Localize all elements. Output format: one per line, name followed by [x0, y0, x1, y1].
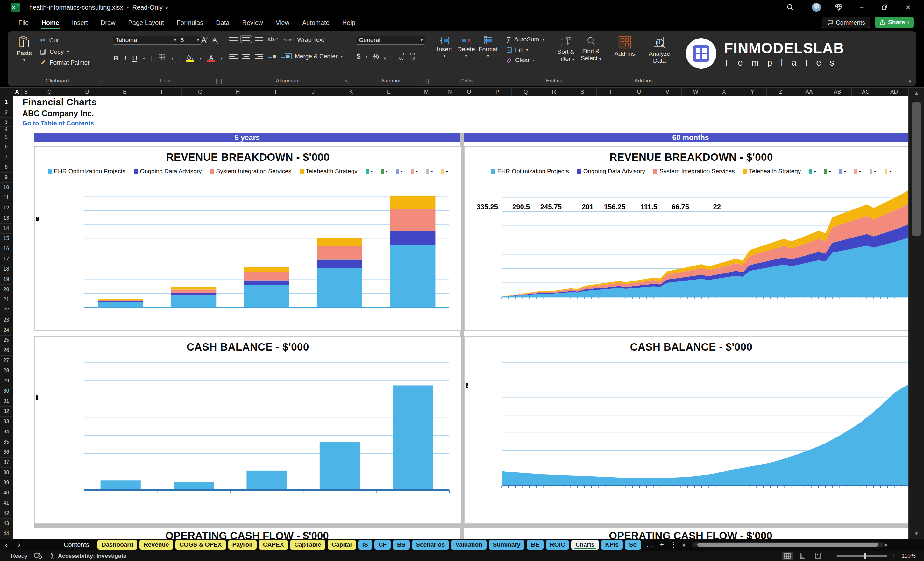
worksheet[interactable]: Financial Charts ABC Company Inc. Go to … [13, 96, 908, 539]
sheet-tab-dashboard[interactable]: Dashboard [98, 540, 137, 549]
row-header-35[interactable]: 35 [0, 437, 12, 447]
column-header-AB[interactable]: AB [823, 87, 852, 96]
row-header-28[interactable]: 28 [0, 366, 12, 376]
column-header-X[interactable]: X [710, 87, 738, 96]
zoom-in-icon[interactable]: + [892, 552, 896, 560]
row-header-21[interactable]: 21 [0, 294, 12, 305]
italic-button[interactable]: I [124, 54, 126, 62]
column-header-Y[interactable]: Y [738, 87, 767, 96]
column-header-P[interactable]: P [483, 87, 512, 96]
fill-button[interactable]: Fill▾ [506, 46, 544, 54]
chart-cash-balance-5y[interactable]: CASH BALANCE - $'000 424366.857142857142… [34, 336, 461, 524]
column-header-AD[interactable]: AD [880, 87, 908, 96]
row-header-5[interactable]: 5 [0, 133, 12, 142]
underline-button[interactable]: U [132, 54, 137, 62]
zoom-slider[interactable] [837, 555, 887, 556]
align-center-icon[interactable] [242, 54, 250, 59]
share-button[interactable]: Share ▾ [874, 17, 914, 28]
font-color-button[interactable]: A [207, 55, 215, 62]
chart-revenue-breakdown-60m[interactable]: REVENUE BREAKDOWN - $'000 EHR Optimizati… [464, 146, 908, 331]
bold-button[interactable]: B [113, 54, 118, 62]
row-header-4[interactable]: 4 [0, 126, 12, 133]
row-header-23[interactable]: 23 [0, 315, 12, 326]
column-header-O[interactable]: O [454, 87, 483, 96]
column-header-AA[interactable]: AA [795, 87, 824, 96]
paste-button[interactable]: Paste▾ [12, 36, 36, 62]
row-header-43[interactable]: 43 [0, 518, 12, 529]
font-size-select[interactable]: 8▾ [178, 36, 202, 45]
column-header-B[interactable]: B [21, 87, 31, 96]
menu-tab-review[interactable]: Review [242, 16, 264, 30]
menu-tab-insert[interactable]: Insert [71, 16, 88, 30]
comments-button[interactable]: Comments [822, 17, 870, 28]
restore-button[interactable] [878, 3, 891, 12]
row-header-26[interactable]: 26 [0, 345, 12, 356]
column-header-N[interactable]: N [445, 87, 455, 96]
copy-button[interactable]: Copy▾ [40, 48, 90, 56]
row-header-36[interactable]: 36 [0, 447, 12, 458]
row-header-32[interactable]: 32 [0, 406, 12, 417]
column-header-E[interactable]: E [106, 87, 144, 96]
merge-center-button[interactable]: Merge & Center▾ [285, 53, 343, 60]
autosum-button[interactable]: ∑AutoSum▾ [506, 36, 544, 43]
sheet-tab-summary[interactable]: Summary [489, 540, 525, 549]
row-header-40[interactable]: 40 [0, 488, 12, 498]
column-header-Z[interactable]: Z [766, 87, 795, 96]
alignment-dialog-launcher[interactable]: ↘ [344, 79, 349, 84]
row-header-15[interactable]: 15 [0, 233, 12, 244]
chart-cash-balance-60m[interactable]: CASH BALANCE - $'000 410354.857142857142… [464, 336, 908, 524]
table-of-contents-link[interactable]: Go to Table of Contents [22, 120, 94, 127]
row-header-1[interactable]: 1 [0, 96, 12, 108]
column-headers[interactable]: ABCDEFGHIJKLMNOPQRSTUVWXYZAAABACAD [0, 87, 924, 97]
borders-button[interactable] [158, 54, 166, 63]
sheet-tab-cf[interactable]: CF [375, 540, 391, 549]
column-header-J[interactable]: J [294, 87, 332, 96]
column-header-K[interactable]: K [332, 87, 370, 96]
clear-button[interactable]: Clear▾ [506, 57, 544, 64]
align-middle-icon[interactable] [242, 37, 250, 41]
column-header-Q[interactable]: Q [512, 87, 540, 96]
sheet-tab-roic[interactable]: ROIC [546, 540, 569, 549]
page-break-view-icon[interactable] [813, 552, 824, 560]
user-avatar[interactable] [810, 3, 823, 12]
format-painter-button[interactable]: Format Painter [40, 59, 90, 66]
menu-tab-home[interactable]: Home [41, 16, 60, 30]
menu-tab-formulas[interactable]: Formulas [176, 16, 204, 30]
scroll-down-icon[interactable]: ▼ [909, 531, 924, 536]
column-header-I[interactable]: I [256, 87, 294, 96]
sheet-tab-cogs-opex[interactable]: COGS & OPEX [176, 540, 226, 549]
row-header-8[interactable]: 8 [0, 162, 12, 172]
premium-diamond-icon[interactable] [832, 3, 845, 12]
row-header-19[interactable]: 19 [0, 274, 12, 285]
collapse-ribbon-icon[interactable]: ∨ [908, 78, 912, 84]
menu-tab-automate[interactable]: Automate [302, 16, 330, 30]
zoom-level[interactable]: 110% [900, 553, 916, 560]
row-header-14[interactable]: 14 [0, 223, 12, 234]
column-header-L[interactable]: L [370, 87, 408, 96]
row-header-16[interactable]: 16 [0, 244, 12, 254]
sort-filter-button[interactable]: AZ Sort & Filter ▾ [555, 36, 577, 62]
wrap-text-button[interactable]: ab↵ Wrap Text [285, 36, 324, 43]
row-header-22[interactable]: 22 [0, 305, 12, 315]
row-header-2[interactable]: 2 [0, 108, 12, 118]
fill-color-button[interactable] [186, 55, 194, 62]
row-header-11[interactable]: 11 [0, 193, 12, 203]
cut-button[interactable]: ✂Cut [40, 36, 90, 45]
row-header-3[interactable]: 3 [0, 117, 12, 127]
row-header-9[interactable]: 9 [0, 172, 12, 183]
hscroll-right-icon[interactable]: ▶ [885, 542, 888, 547]
zoom-slider-thumb[interactable] [864, 553, 866, 559]
comma-format-button[interactable]: , [384, 52, 386, 60]
row-header-41[interactable]: 41 [0, 498, 12, 508]
align-left-icon[interactable] [229, 54, 237, 59]
sheet-tab-payroll[interactable]: Payroll [228, 540, 256, 549]
row-header-10[interactable]: 10 [0, 182, 12, 193]
row-header-37[interactable]: 37 [0, 457, 12, 468]
row-header-6[interactable]: 6 [0, 142, 12, 152]
align-bottom-icon[interactable] [255, 37, 263, 41]
minimize-button[interactable]: − [855, 3, 868, 12]
decrease-indent-icon[interactable]: ←≡ [267, 54, 276, 60]
sheet-tab-capital[interactable]: Capital [328, 540, 356, 549]
orientation-button[interactable]: ab↗ [267, 36, 279, 43]
row-header-13[interactable]: 13 [0, 213, 12, 224]
